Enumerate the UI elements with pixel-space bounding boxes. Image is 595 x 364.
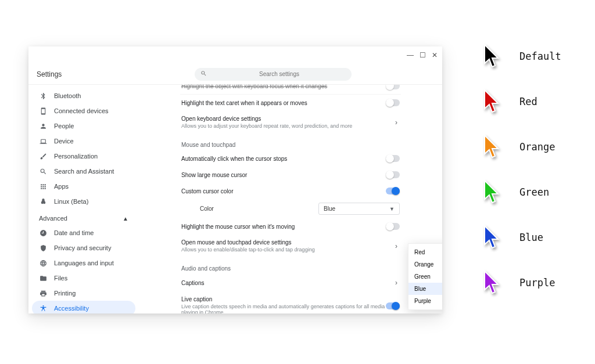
window-titlebar: — ☐ ✕ [28,46,442,64]
row-cursor-color-select: Color Blue ▼ [180,199,401,218]
sidebar-item-personalization[interactable]: Personalization [32,149,135,164]
row-title: Highlight the object with keyboard focus… [181,85,386,89]
row-title: Open mouse and touchpad device settings [181,239,393,246]
cursor-color-option-green[interactable]: Green [408,271,442,283]
sidebar-item-files[interactable]: Files [32,271,135,286]
sidebar-item-people[interactable]: People [32,118,135,134]
legend-label: Blue [519,232,543,243]
row-sub: Allows you to adjust your keyboard repea… [181,123,393,129]
sidebar-section-label: Advanced [39,215,67,222]
legend-label: Red [519,96,537,107]
row-autoclick: Automatically click when the cursor stop… [180,150,401,167]
cursor-icon [482,270,504,295]
cursor-color-option-purple[interactable]: Purple [408,295,442,307]
toggle-keyboard-highlight[interactable] [386,85,400,89]
cursor-color-option-red[interactable]: Red [408,246,442,258]
color-label: Color [200,206,214,212]
row-captions[interactable]: Captions › [180,274,401,291]
row-highlight-mouse: Highlight the mouse cursor when it's mov… [180,218,401,235]
app-title: Settings [28,70,139,78]
cursor-legend: Default Red Orange Green Blue Purple [482,44,587,295]
legend-label: Orange [519,141,555,153]
cursor-color-dropdown: Red Orange Green Blue Purple [408,243,442,310]
sidebar-item-label: Bluetooth [54,92,81,99]
sidebar-item-label: Files [54,275,67,282]
window-maximize-button[interactable]: ☐ [420,51,426,59]
settings-content: Highlight the object with keyboard focus… [139,85,442,313]
chevron-down-icon: ▼ [389,206,395,212]
apps-icon [39,182,47,190]
sidebar-item-bluetooth[interactable]: Bluetooth [32,88,135,103]
sidebar-item-label: Date and time [54,229,94,236]
sidebar-item-label: Privacy and security [54,244,111,251]
cursor-icon [482,225,504,250]
row-highlight-caret: Highlight the text caret when it appears… [180,95,401,111]
folder-icon [39,274,47,282]
row-sub: Live caption detects speech in media and… [181,304,386,313]
window-minimize-button[interactable]: — [407,51,414,59]
row-live-caption: Live caption Live caption detects speech… [180,291,401,313]
window-close-button[interactable]: ✕ [432,51,438,59]
sidebar-item-label: Connected devices [54,107,109,114]
shield-icon [39,244,47,252]
legend-label: Purple [519,277,555,289]
toggle-live-caption[interactable] [386,302,400,309]
sidebar-item-privacy[interactable]: Privacy and security [32,240,135,255]
legend-row-purple: Purple [482,270,587,295]
sidebar-item-linux[interactable]: Linux (Beta) [32,194,135,209]
legend-row-blue: Blue [482,225,587,250]
sidebar-item-label: Device [54,138,74,145]
row-keyboard-device-settings[interactable]: Open keyboard device settings Allows you… [180,111,401,134]
sidebar-item-device[interactable]: Device [32,134,135,149]
toggle-custom-cursor-color[interactable] [386,188,400,194]
sidebar-item-apps[interactable]: Apps [32,179,135,194]
toggle-autoclick[interactable] [386,155,400,162]
sidebar-item-printing[interactable]: Printing [32,286,135,301]
printer-icon [39,289,47,297]
cursor-color-option-orange[interactable]: Orange [408,258,442,271]
globe-icon [39,259,47,267]
cursor-color-select[interactable]: Blue ▼ [318,203,400,215]
search-box[interactable] [195,68,352,81]
toggle-highlight-mouse[interactable] [386,223,400,230]
magnify-icon [39,167,47,175]
legend-row-red: Red [482,89,587,114]
search-input[interactable] [213,71,346,77]
cursor-icon [482,44,504,69]
row-title: Show large mouse cursor [181,172,386,178]
toggle-large-cursor[interactable] [386,171,400,178]
header: Settings [28,64,442,85]
sidebar-item-accessibility[interactable]: Accessibility [32,301,135,313]
sidebar-section-advanced[interactable]: Advanced ▲ [32,209,135,225]
sidebar-item-search-assistant[interactable]: Search and Assistant [32,164,135,179]
row-mouse-device-settings[interactable]: Open mouse and touchpad device settings … [180,235,401,257]
sidebar-item-languages[interactable]: Languages and input [32,255,135,271]
clock-icon [39,229,47,237]
row-title: Live caption [181,296,386,302]
chevron-up-icon: ▲ [123,215,128,222]
cursor-icon [482,89,504,114]
row-title: Captions [181,280,393,286]
sidebar-item-label: Languages and input [54,260,114,266]
row-custom-cursor-color: Custom cursor color [180,183,401,199]
toggle-highlight-caret[interactable] [386,99,400,106]
sidebar-item-date-time[interactable]: Date and time [32,225,135,240]
row-title: Highlight the text caret when it appears… [181,100,386,106]
window-body: Bluetooth Connected devices People Devic… [28,85,442,313]
sidebar-item-label: Search and Assistant [54,168,114,175]
legend-row-default: Default [482,44,587,69]
sidebar: Bluetooth Connected devices People Devic… [28,85,139,313]
person-icon [39,122,47,130]
sidebar-item-label: Apps [54,183,69,190]
sidebar-item-label: Linux (Beta) [54,198,88,205]
search-wrap [139,68,407,81]
row-title: Custom cursor color [181,188,386,194]
chevron-right-icon: › [393,118,400,127]
legend-label: Default [519,51,561,62]
cursor-color-option-blue[interactable]: Blue [408,283,442,295]
sidebar-item-label: Personalization [54,153,98,160]
chevron-right-icon: › [393,279,400,287]
settings-panel: Highlight the object with keyboard focus… [180,85,401,313]
row-large-cursor: Show large mouse cursor [180,167,401,183]
sidebar-item-connected-devices[interactable]: Connected devices [32,103,135,118]
